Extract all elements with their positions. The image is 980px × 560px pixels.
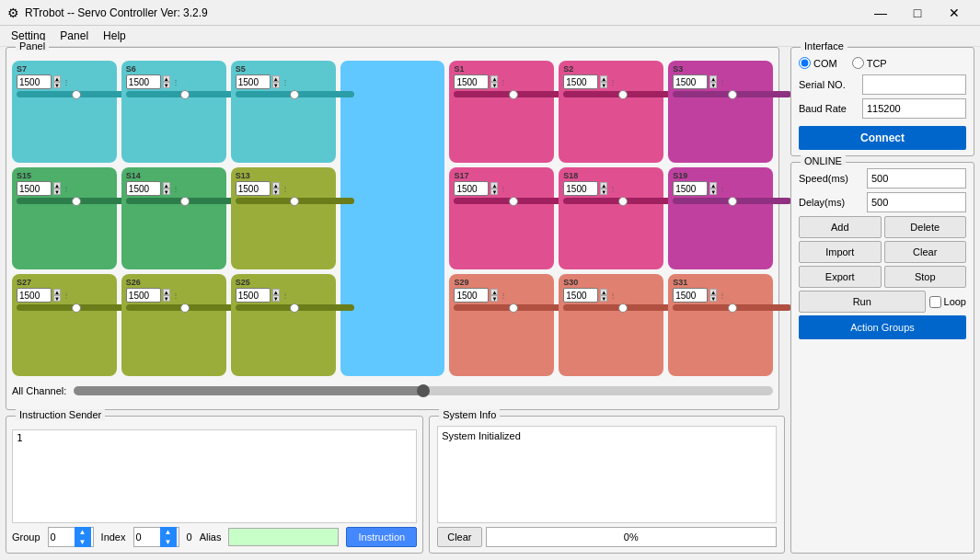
minimize-button[interactable]: — (862, 3, 899, 23)
servo-dots-s25[interactable]: ⋮ (282, 291, 289, 300)
run-button[interactable]: Run (799, 291, 926, 313)
index-input[interactable] (134, 531, 160, 543)
servo-slider-s30[interactable] (563, 304, 682, 311)
servo-up-s14[interactable]: ▲ (163, 182, 170, 189)
servo-slider-s13[interactable] (236, 198, 354, 204)
menu-panel[interactable]: Panel (52, 28, 96, 44)
servo-up-s30[interactable]: ▲ (600, 289, 607, 295)
connect-button[interactable]: Connect (799, 126, 966, 150)
servo-dots-s18[interactable]: ⋮ (609, 185, 617, 193)
servo-down-s5[interactable]: ▼ (272, 82, 280, 88)
servo-slider-s1[interactable] (454, 91, 572, 97)
servo-down-s13[interactable]: ▼ (272, 189, 280, 195)
servo-slider-s15[interactable] (17, 198, 135, 204)
servo-dots-s31[interactable]: ⋮ (719, 291, 726, 300)
baudrate-input[interactable] (863, 103, 966, 114)
loop-checkbox[interactable] (929, 296, 941, 308)
servo-down-s29[interactable]: ▼ (490, 295, 498, 302)
servo-down-s31[interactable]: ▼ (709, 295, 717, 302)
com-radio[interactable] (799, 57, 811, 69)
servo-slider-s25[interactable] (236, 304, 354, 311)
clear-online-button[interactable]: Clear (884, 241, 967, 263)
servo-slider-s17[interactable] (454, 198, 572, 204)
servo-slider-s31[interactable] (673, 304, 791, 311)
servo-slider-s18[interactable] (563, 198, 682, 204)
servo-dots-s26[interactable]: ⋮ (172, 291, 179, 300)
sysinfo-clear-button[interactable]: Clear (437, 527, 481, 547)
servo-down-s7[interactable]: ▼ (53, 82, 61, 88)
action-groups-button[interactable]: Action Groups (799, 315, 966, 339)
servo-down-s15[interactable]: ▼ (53, 189, 61, 195)
close-button[interactable]: ✕ (936, 3, 973, 23)
group-up-btn[interactable]: ▲ (75, 527, 91, 537)
servo-dots-s14[interactable]: ⋮ (172, 185, 179, 193)
servo-up-s6[interactable]: ▲ (163, 75, 170, 82)
tcp-radio-label[interactable]: TCP (852, 57, 887, 69)
servo-dots-s6[interactable]: ⋮ (172, 78, 179, 86)
maximize-button[interactable]: □ (899, 3, 936, 23)
servo-down-s18[interactable]: ▼ (600, 189, 607, 195)
servo-down-s17[interactable]: ▼ (490, 189, 498, 195)
servo-slider-s6[interactable] (126, 91, 245, 97)
servo-down-s2[interactable]: ▼ (600, 82, 607, 88)
servo-up-s15[interactable]: ▲ (53, 182, 61, 189)
servo-down-s3[interactable]: ▼ (709, 82, 717, 88)
servo-dots-s2[interactable]: ⋮ (609, 78, 617, 86)
group-down-btn[interactable]: ▼ (75, 537, 91, 547)
servo-slider-s26[interactable] (126, 304, 245, 311)
servo-dots-s30[interactable]: ⋮ (609, 291, 617, 300)
servo-down-s30[interactable]: ▼ (600, 295, 607, 302)
servo-down-s14[interactable]: ▼ (163, 189, 170, 195)
servo-slider-s5[interactable] (236, 91, 354, 97)
tcp-radio[interactable] (852, 57, 864, 69)
servo-up-s25[interactable]: ▲ (272, 289, 280, 295)
servo-slider-s3[interactable] (673, 91, 791, 97)
servo-dots-s27[interactable]: ⋮ (63, 291, 70, 300)
servo-up-s13[interactable]: ▲ (272, 182, 280, 189)
instruction-button[interactable]: Instruction (346, 527, 417, 547)
com-radio-label[interactable]: COM (799, 57, 837, 69)
servo-slider-s29[interactable] (454, 304, 572, 311)
servo-down-s27[interactable]: ▼ (53, 295, 61, 302)
servo-slider-s19[interactable] (673, 198, 791, 204)
loop-label[interactable]: Loop (929, 296, 966, 308)
speed-input[interactable] (868, 173, 966, 184)
servo-dots-s19[interactable]: ⋮ (719, 185, 726, 193)
servo-down-s19[interactable]: ▼ (709, 189, 717, 195)
stop-button[interactable]: Stop (884, 266, 967, 288)
servo-dots-s3[interactable]: ⋮ (719, 78, 726, 86)
add-button[interactable]: Add (799, 216, 882, 238)
servo-up-s26[interactable]: ▲ (163, 289, 170, 295)
servo-up-s31[interactable]: ▲ (709, 289, 717, 295)
servo-down-s1[interactable]: ▼ (490, 82, 498, 88)
alias-input[interactable] (228, 528, 339, 546)
servo-dots-s5[interactable]: ⋮ (282, 78, 289, 86)
servo-up-s29[interactable]: ▲ (490, 289, 498, 295)
servo-dots-s7[interactable]: ⋮ (63, 78, 70, 86)
servo-up-s17[interactable]: ▲ (490, 182, 498, 189)
servo-dots-s15[interactable]: ⋮ (63, 185, 70, 193)
export-button[interactable]: Export (799, 266, 882, 288)
servo-up-s3[interactable]: ▲ (709, 75, 717, 82)
serialno-input[interactable] (863, 79, 966, 90)
index-down-btn[interactable]: ▼ (160, 537, 177, 547)
servo-up-s18[interactable]: ▲ (600, 182, 607, 189)
servo-down-s25[interactable]: ▼ (272, 295, 280, 302)
servo-slider-s27[interactable] (17, 304, 135, 311)
servo-down-s6[interactable]: ▼ (163, 82, 170, 88)
servo-dots-s29[interactable]: ⋮ (500, 291, 507, 300)
delay-input[interactable] (868, 197, 966, 208)
import-button[interactable]: Import (799, 241, 882, 263)
servo-slider-s2[interactable] (563, 91, 682, 97)
all-channel-slider[interactable] (74, 386, 773, 395)
servo-up-s7[interactable]: ▲ (53, 75, 61, 82)
servo-down-s26[interactable]: ▼ (163, 295, 170, 302)
servo-up-s5[interactable]: ▲ (272, 75, 280, 82)
servo-dots-s13[interactable]: ⋮ (282, 185, 289, 193)
index-up-btn[interactable]: ▲ (160, 527, 177, 537)
group-input[interactable] (49, 531, 75, 543)
servo-dots-s1[interactable]: ⋮ (500, 78, 507, 86)
servo-up-s27[interactable]: ▲ (53, 289, 61, 295)
instruction-textarea[interactable]: 1 (12, 429, 417, 523)
servo-up-s2[interactable]: ▲ (600, 75, 607, 82)
